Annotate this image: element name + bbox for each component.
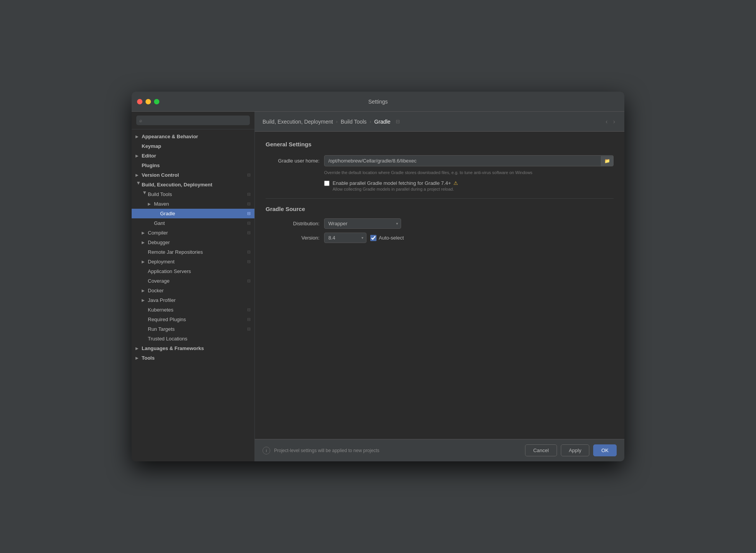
browse-folder-button[interactable]: 📁 (601, 156, 613, 166)
sidebar-item-label: Coverage (148, 278, 246, 284)
auto-select-label: Auto-select (379, 235, 404, 241)
apply-button[interactable]: Apply (561, 444, 590, 456)
sidebar-item-editor[interactable]: ▶ Editor (132, 151, 254, 161)
info-icon: i (263, 447, 270, 454)
titlebar: Settings (132, 92, 624, 112)
chevron-icon: ▶ (135, 154, 142, 158)
pin-icon: ⊟ (247, 259, 251, 264)
breadcrumb-separator: › (336, 119, 338, 124)
sidebar-item-label: Compiler (148, 230, 246, 236)
footer-buttons: Cancel Apply OK (525, 444, 617, 456)
sidebar-item-tools[interactable]: ▶ Tools (132, 353, 254, 363)
sidebar-item-label: Trusted Locations (148, 336, 251, 342)
footer-bar: i Project-level settings will be applied… (255, 439, 624, 461)
sidebar-item-label: Java Profiler (148, 297, 251, 303)
sidebar-item-label: Tools (142, 355, 251, 361)
cancel-button[interactable]: Cancel (525, 444, 557, 456)
breadcrumb-item-build-exec[interactable]: Build, Execution, Deployment (263, 119, 333, 125)
chevron-icon: ▶ (143, 191, 147, 198)
gradle-source-title: Gradle Source (266, 206, 614, 212)
sidebar-item-java-profiler[interactable]: ▶ Java Profiler (132, 295, 254, 305)
chevron-icon: ▶ (135, 173, 142, 177)
sidebar-item-trusted-locations[interactable]: Trusted Locations (132, 334, 254, 344)
version-select[interactable]: 8.4 8.3 8.2 8.1 8.0 (324, 233, 366, 243)
sidebar-item-compiler[interactable]: ▶ Compiler ⊟ (132, 228, 254, 238)
sidebar-item-debugger[interactable]: ▶ Debugger (132, 238, 254, 247)
gradle-home-hint: Override the default location where Grad… (324, 170, 614, 175)
maximize-button[interactable] (154, 99, 159, 104)
distribution-select-wrapper: Wrapper Local installation Specified loc… (324, 218, 401, 229)
parallel-fetch-checkbox[interactable] (324, 181, 329, 186)
pin-icon: ⊟ (247, 278, 251, 283)
breadcrumb-item-gradle[interactable]: Gradle (374, 119, 390, 125)
distribution-field-wrapper: Wrapper Local installation Specified loc… (324, 218, 614, 229)
sidebar-item-docker[interactable]: ▶ Docker (132, 286, 254, 295)
sidebar-item-label: Remote Jar Repositories (148, 249, 246, 255)
sidebar-item-build-tools[interactable]: ▶ Build Tools ⊟ (132, 189, 254, 199)
sidebar-item-gradle[interactable]: Gradle ⊟ (132, 209, 254, 218)
sidebar-item-kubernetes[interactable]: Kubernetes ⊟ (132, 305, 254, 315)
sidebar-item-label: Run Targets (148, 326, 246, 332)
sidebar-item-languages-frameworks[interactable]: ▶ Languages & Frameworks (132, 344, 254, 353)
sidebar-item-label: Languages & Frameworks (142, 345, 251, 351)
gradle-home-field-wrapper: 📁 (324, 155, 614, 166)
sidebar-item-maven[interactable]: ▶ Maven ⊟ (132, 199, 254, 209)
pin-icon: ⊟ (247, 230, 251, 235)
chevron-icon: ▶ (142, 260, 148, 264)
sidebar-item-deployment[interactable]: ▶ Deployment ⊟ (132, 257, 254, 266)
search-icon: ⌕ (139, 118, 142, 123)
sidebar-item-label: Appearance & Behavior (142, 134, 251, 139)
sidebar-item-label: Editor (142, 153, 251, 159)
parallel-fetch-label-group: Enable parallel Gradle model fetching fo… (333, 180, 458, 191)
sidebar-item-label: Debugger (148, 240, 251, 245)
parallel-fetch-row: Enable parallel Gradle model fetching fo… (324, 180, 614, 191)
auto-select-checkbox[interactable] (370, 235, 376, 241)
general-settings-title: General Settings (266, 141, 614, 147)
minimize-button[interactable] (146, 99, 151, 104)
chevron-icon: ▶ (142, 231, 148, 235)
sidebar-item-label: Required Plugins (148, 317, 246, 322)
sidebar-item-label: Deployment (148, 259, 246, 265)
nav-back-button[interactable]: ‹ (604, 117, 609, 126)
version-select-wrapper: 8.4 8.3 8.2 8.1 8.0 ▾ (324, 233, 366, 243)
chevron-icon: ▶ (137, 182, 141, 188)
sidebar: ⌕ ▶ Appearance & Behavior Keymap (132, 112, 255, 461)
distribution-label: Distribution: (266, 221, 319, 226)
sidebar-item-app-servers[interactable]: Application Servers (132, 266, 254, 276)
sidebar-item-gant[interactable]: Gant ⊟ (132, 218, 254, 228)
sidebar-item-required-plugins[interactable]: Required Plugins ⊟ (132, 315, 254, 324)
breadcrumb-item-build-tools[interactable]: Build Tools (341, 119, 366, 125)
warning-icon: ⚠ (453, 180, 458, 186)
chevron-icon: ▶ (142, 240, 148, 245)
sidebar-item-label: Build, Execution, Deployment (142, 182, 251, 188)
ok-button[interactable]: OK (593, 444, 617, 456)
version-label: Version: (266, 235, 319, 241)
settings-window: Settings ⌕ ▶ Appearance & Behavior (132, 92, 624, 461)
sidebar-item-coverage[interactable]: Coverage ⊟ (132, 276, 254, 286)
sidebar-item-build-exec-deploy[interactable]: ▶ Build, Execution, Deployment (132, 180, 254, 189)
search-input[interactable] (144, 117, 247, 123)
sidebar-item-label: Kubernetes (148, 307, 246, 313)
nav-forward-button[interactable]: › (612, 117, 617, 126)
distribution-select[interactable]: Wrapper Local installation Specified loc… (324, 218, 401, 229)
sidebar-item-keymap[interactable]: Keymap (132, 141, 254, 151)
close-button[interactable] (137, 99, 142, 104)
breadcrumb-pin-button[interactable]: ⊟ (396, 119, 400, 124)
search-wrapper[interactable]: ⌕ (136, 116, 250, 125)
auto-select-wrapper: Auto-select (370, 235, 404, 241)
sidebar-item-version-control[interactable]: ▶ Version Control ⊟ (132, 170, 254, 180)
version-controls: 8.4 8.3 8.2 8.1 8.0 ▾ (324, 233, 404, 243)
pin-icon: ⊟ (247, 327, 251, 332)
pin-icon: ⊟ (247, 173, 251, 178)
content-area: Build, Execution, Deployment › Build Too… (255, 112, 624, 461)
pin-icon: ⊟ (247, 211, 251, 216)
nav-buttons: ‹ › (604, 117, 617, 126)
version-field-wrapper: 8.4 8.3 8.2 8.1 8.0 ▾ (324, 233, 614, 243)
sidebar-item-appearance[interactable]: ▶ Appearance & Behavior (132, 132, 254, 141)
sidebar-item-plugins[interactable]: Plugins (132, 161, 254, 170)
distribution-row: Distribution: Wrapper Local installation… (266, 218, 614, 229)
sidebar-item-run-targets[interactable]: Run Targets ⊟ (132, 324, 254, 334)
sidebar-item-remote-jar[interactable]: Remote Jar Repositories ⊟ (132, 247, 254, 257)
gradle-home-input[interactable] (324, 156, 601, 166)
footer-info-text: Project-level settings will be applied t… (274, 448, 379, 453)
